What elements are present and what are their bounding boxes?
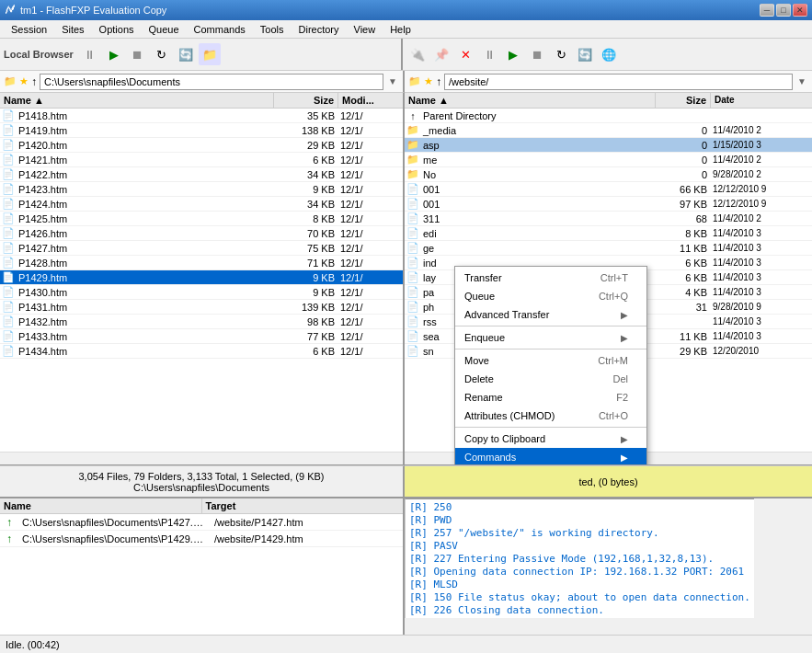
toolbar-globe-btn[interactable]: 🌐 <box>598 43 620 65</box>
toolbar-refresh2-local-btn[interactable]: 🔄 <box>175 43 197 65</box>
right-col-date-header[interactable]: Date <box>711 93 812 108</box>
table-row[interactable]: 📁 me 0 11/4/2010 2 <box>405 153 812 167</box>
table-row[interactable]: 📄 edi 8 KB 11/4/2010 3 <box>405 226 812 241</box>
ctx-attributes[interactable]: Attributes (CHMOD) Ctrl+O <box>455 407 646 425</box>
right-col-size-header[interactable]: Size <box>656 93 711 108</box>
file-size: 29 KB <box>274 140 338 151</box>
menu-sites[interactable]: Sites <box>54 22 91 37</box>
toolbar-stop-btn[interactable]: ⏹ <box>127 43 149 65</box>
left-path-input[interactable] <box>40 74 383 90</box>
right-path-dropdown[interactable]: ▼ <box>795 76 808 86</box>
log-panel: [R] 250 [R] PWD [R] 257 "/website/" is w… <box>405 498 754 618</box>
table-row[interactable]: 📄 P1418.htm 35 KB 12/1/ <box>0 109 403 123</box>
table-row[interactable]: 📄 311 68 11/4/2010 2 <box>405 212 812 226</box>
toolbar-disconnect-btn[interactable]: ✕ <box>454 43 476 65</box>
toolbar-stop-right-btn[interactable]: ⏹ <box>526 43 548 65</box>
ctx-copy-to-clipboard[interactable]: Copy to Clipboard ▶ <box>455 430 646 448</box>
file-icon: 📄 <box>405 183 421 195</box>
list-item[interactable]: ↑ C:\Users\snapfiles\Documents\P1427.htm… <box>0 514 403 531</box>
table-row[interactable]: 📄 P1429.htm 9 KB 12/1/ <box>0 270 403 285</box>
table-row[interactable]: 📄 P1433.htm 77 KB 12/1/ <box>0 329 403 344</box>
table-row[interactable]: 📄 001 66 KB 12/12/2010 9 <box>405 182 812 197</box>
toolbar-play-btn[interactable]: ▶ <box>103 43 125 65</box>
left-path-up[interactable]: ↑ <box>31 75 37 88</box>
menu-tools[interactable]: Tools <box>253 22 292 37</box>
table-row[interactable]: 📄 P1430.htm 9 KB 12/1/ <box>0 285 403 300</box>
maximize-button[interactable]: □ <box>776 4 791 17</box>
table-row[interactable]: 📁 _media 0 11/4/2010 2 <box>405 123 812 138</box>
ctx-rename[interactable]: Rename F2 <box>455 388 646 407</box>
left-col-date[interactable]: Modi... <box>338 93 403 108</box>
table-row[interactable]: 📄 P1425.htm 8 KB 12/1/ <box>0 212 403 226</box>
ctx-transfer[interactable]: Transfer Ctrl+T <box>455 269 646 287</box>
log-entry: [R] 226 Closing data connection. <box>409 604 750 617</box>
toolbar-pause-right-btn[interactable]: ⏸ <box>478 43 500 65</box>
file-icon: 📄 <box>0 227 17 239</box>
table-row[interactable]: 📄 P1432.htm 98 KB 12/1/ <box>0 315 403 329</box>
right-path-up[interactable]: ↑ <box>436 75 441 88</box>
table-row[interactable]: 📄 P1434.htm 6 KB 12/1/ <box>0 344 403 359</box>
list-item[interactable]: ↑ C:\Users\snapfiles\Documents\P1429.htm… <box>0 531 403 547</box>
close-button[interactable]: ✕ <box>793 4 807 17</box>
right-col-name[interactable]: Name ▲ <box>405 93 656 108</box>
toolbar-refresh-local-btn[interactable]: ↻ <box>151 43 173 65</box>
table-row[interactable]: 📄 P1426.htm 70 KB 12/1/ <box>0 226 403 241</box>
minimize-button[interactable]: ─ <box>760 4 774 17</box>
left-file-list[interactable]: Name ▲ Size Modi... 📄 P1418.htm 35 KB 12… <box>0 93 403 452</box>
ctx-commands[interactable]: Commands ▶ <box>455 448 646 464</box>
table-row[interactable]: 📄 P1428.htm 71 KB 12/1/ <box>0 256 403 270</box>
table-row[interactable]: 📄 P1420.htm 29 KB 12/1/ <box>0 138 403 153</box>
table-row[interactable]: 📄 P1427.htm 75 KB 12/1/ <box>0 241 403 256</box>
table-row[interactable]: 📄 P1421.htm 6 KB 12/1/ <box>0 153 403 167</box>
ctx-enqueue-arrow: ▶ <box>621 333 628 343</box>
left-path-dropdown[interactable]: ▼ <box>386 76 399 86</box>
ctx-advanced-transfer[interactable]: Advanced Transfer ▶ <box>455 305 646 324</box>
toolbar-bookmark-btn[interactable]: 📌 <box>430 43 452 65</box>
ctx-queue[interactable]: Queue Ctrl+Q <box>455 287 646 305</box>
file-date: 12/1/ <box>338 258 403 269</box>
file-date: 12/1/ <box>338 125 403 136</box>
right-pane-status: ted, (0 bytes) <box>405 465 812 497</box>
left-col-size[interactable]: Size <box>274 93 338 108</box>
table-row[interactable]: 📄 001 97 KB 12/12/2010 9 <box>405 197 812 212</box>
toolbar-refresh-right-btn[interactable]: ↻ <box>550 43 572 65</box>
table-row[interactable]: 📄 P1422.htm 34 KB 12/1/ <box>0 167 403 182</box>
toolbar-pause-btn[interactable]: ⏸ <box>79 43 101 65</box>
file-name: Parent Directory <box>421 110 656 121</box>
table-row[interactable]: 📁 asp 0 1/15/2010 3 <box>405 138 812 153</box>
ctx-enqueue[interactable]: Enqueue ▶ <box>455 328 646 347</box>
toolbar-folder-local-btn[interactable]: 📁 <box>199 43 221 65</box>
table-row[interactable]: 📁 No 0 9/28/2010 2 <box>405 167 812 182</box>
menu-view[interactable]: View <box>347 22 383 37</box>
ctx-delete[interactable]: Delete Del <box>455 370 646 388</box>
table-row[interactable]: 📄 P1419.htm 138 KB 12/1/ <box>0 123 403 138</box>
table-row[interactable]: 📄 P1424.htm 34 KB 12/1/ <box>0 197 403 212</box>
right-path-bar: 📁 ★ ↑ ▼ <box>405 71 812 93</box>
ctx-move[interactable]: Move Ctrl+M <box>455 351 646 370</box>
toolbar-refresh2-right-btn[interactable]: 🔄 <box>574 43 596 65</box>
menu-options[interactable]: Options <box>92 22 142 37</box>
left-col-name[interactable]: Name ▲ <box>0 93 274 108</box>
table-row[interactable]: 📄 P1423.htm 9 KB 12/1/ <box>0 182 403 197</box>
menu-commands[interactable]: Commands <box>187 22 253 37</box>
right-path-icon: 📁 <box>408 75 421 87</box>
table-row[interactable]: 📄 P1431.htm 139 KB 12/1/ <box>0 300 403 315</box>
file-date: 11/4/2010 2 <box>711 155 812 165</box>
menu-directory[interactable]: Directory <box>292 22 347 37</box>
file-size: 34 KB <box>274 199 338 210</box>
toolbar-play-right-btn[interactable]: ▶ <box>502 43 524 65</box>
path-bar-wrapper: 📁 ★ ↑ ▼ 📁 ★ ↑ ▼ <box>0 71 812 93</box>
left-hscrollbar[interactable] <box>0 452 403 464</box>
file-size: 29 KB <box>656 346 711 357</box>
toolbar-connect-btn[interactable]: 🔌 <box>406 43 429 65</box>
file-icon: 📄 <box>0 212 17 224</box>
file-name: P1423.htm <box>17 184 274 195</box>
ctx-queue-shortcut: Ctrl+Q <box>599 291 628 302</box>
menu-session[interactable]: Session <box>4 22 54 37</box>
table-row[interactable]: 📄 ge 11 KB 11/4/2010 3 <box>405 241 812 256</box>
menu-queue[interactable]: Queue <box>142 22 187 37</box>
file-icon: 📄 <box>0 271 17 283</box>
right-path-input[interactable] <box>444 74 793 90</box>
table-row[interactable]: ↑ Parent Directory <box>405 109 812 123</box>
menu-help[interactable]: Help <box>383 22 418 37</box>
